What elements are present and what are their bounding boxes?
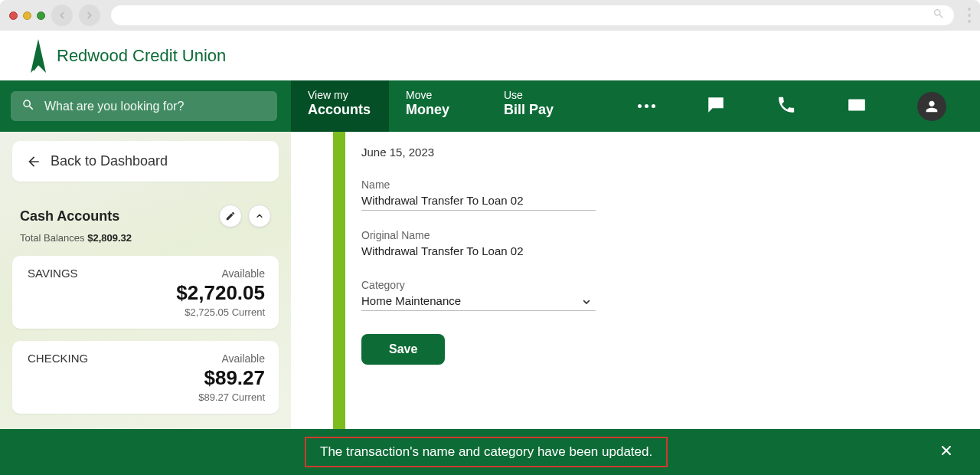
pencil-icon [225,211,236,221]
available-label: Available [221,267,265,280]
edit-accounts-button[interactable] [219,205,242,228]
tab-line2: Accounts [308,102,372,118]
close-window-dot[interactable] [9,11,18,20]
chevron-down-icon [580,296,593,310]
site-search[interactable] [11,91,277,121]
accent-stripe [333,132,345,429]
original-name-label: Original Name [361,229,596,241]
close-icon [939,443,954,458]
logo-text: Redwood Credit Union [57,46,226,66]
browser-back-button[interactable] [51,5,73,26]
tab-move-money[interactable]: Move Money [389,80,487,132]
total-value: $2,809.32 [87,232,132,244]
toast-message: The transaction's name and category have… [320,444,652,459]
field-original-name: Original Name Withdrawal Transfer To Loa… [361,229,596,260]
original-name-value: Withdrawal Transfer To Loan 02 [361,244,596,260]
account-current: $89.27 Current [28,391,265,403]
back-to-dashboard[interactable]: Back to Dashboard [12,141,279,182]
more-icon[interactable] [638,104,655,108]
chat-icon[interactable] [706,95,726,118]
tab-line1: Use [504,89,568,101]
maximize-window-dot[interactable] [37,11,45,20]
mail-icon[interactable] [847,95,867,118]
account-card-savings[interactable]: SAVINGS Available $2,720.05 $2,725.05 Cu… [12,256,279,329]
toast: The transaction's name and category have… [0,429,980,475]
section-title: Cash Accounts [20,208,119,224]
tab-line2: Money [406,102,470,118]
account-name: SAVINGS [28,267,78,280]
collapse-accounts-button[interactable] [248,205,271,228]
logo-icon [28,38,49,74]
url-bar[interactable] [111,5,954,25]
total-balances: Total Balances $2,809.32 [12,228,279,244]
account-name: CHECKING [28,352,88,365]
nav-icon-tray [638,80,980,132]
tab-bill-pay[interactable]: Use Bill Pay [487,80,585,132]
content: Back to Dashboard Cash Accounts Total Ba… [0,132,980,475]
profile-icon[interactable] [917,92,946,121]
arrow-left-icon [26,154,41,169]
primary-nav: View my Accounts Move Money Use Bill Pay [0,80,980,132]
transaction-date: June 15, 2023 [361,146,867,159]
search-icon [21,98,35,115]
toast-close-button[interactable] [939,443,954,461]
account-card-checking[interactable]: CHECKING Available $89.27 $89.27 Current [12,341,279,414]
category-select[interactable]: Home Maintenance [361,294,596,311]
sidebar: Back to Dashboard Cash Accounts Total Ba… [0,132,291,475]
tab-line1: Move [406,89,470,101]
field-category: Category Home Maintenance [361,279,596,311]
account-balance: $2,720.05 [28,281,265,305]
category-value: Home Maintenance [361,294,461,307]
logo-bar: Redwood Credit Union [0,31,980,80]
back-label: Back to Dashboard [51,153,168,169]
name-label: Name [361,179,596,191]
search-input[interactable] [44,100,266,113]
save-button[interactable]: Save [361,334,445,365]
total-label: Total Balances [20,232,85,244]
window-controls [9,11,45,20]
chevron-up-icon [254,211,265,221]
cash-accounts-header: Cash Accounts [12,205,279,228]
account-balance: $89.27 [28,366,265,390]
browser-menu-button[interactable] [968,8,971,23]
browser-chrome [0,0,980,31]
browser-forward-button[interactable] [79,5,100,26]
tab-line2: Bill Pay [504,102,568,118]
nav-tabs: View my Accounts Move Money Use Bill Pay [291,80,585,132]
tab-line1: View my [308,89,372,101]
account-current: $2,725.05 Current [28,306,265,318]
name-input[interactable]: Withdrawal Transfer To Loan 02 [361,194,596,211]
phone-icon[interactable] [776,95,796,118]
category-label: Category [361,279,596,291]
transaction-form: June 15, 2023 Name Withdrawal Transfer T… [361,132,897,365]
tab-accounts[interactable]: View my Accounts [291,80,389,132]
main-panel: June 15, 2023 Name Withdrawal Transfer T… [291,132,980,475]
search-icon [933,8,945,23]
field-name: Name Withdrawal Transfer To Loan 02 [361,179,596,211]
toast-highlight: The transaction's name and category have… [305,437,668,467]
available-label: Available [221,352,265,365]
logo[interactable]: Redwood Credit Union [28,38,226,74]
minimize-window-dot[interactable] [23,11,31,20]
